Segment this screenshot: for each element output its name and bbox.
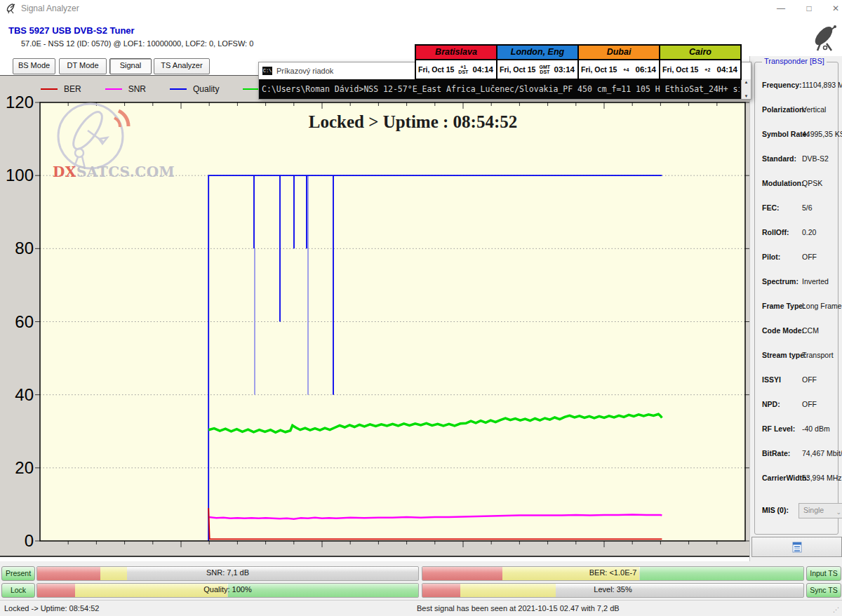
transponder-label: NPD:	[762, 400, 780, 408]
transponder-row: Spectrum: Inverted	[762, 277, 842, 288]
clock-date: Fri, Oct 15	[418, 65, 454, 74]
watermark-dx: DX	[53, 163, 76, 180]
maximize-button[interactable]: □	[798, 1, 820, 15]
scroll-up-icon[interactable]: ▲	[742, 80, 751, 84]
level-progressbar: Level: 35%	[422, 583, 804, 598]
transponder-row: CarrierWidth: 53,994 MHz	[762, 474, 842, 485]
status-lock-uptime: Locked -> Uptime: 08:54:52	[4, 604, 99, 612]
transponder-value: OFF	[802, 375, 817, 384]
input-ts-button[interactable]: Input TS	[806, 566, 841, 581]
transponder-groupbox: Transponder [BS] Frequency: 11104,893 MH…	[754, 62, 838, 535]
watermark-satcs: SATCS.COM	[76, 163, 175, 180]
transponder-label: Spectrum:	[762, 277, 798, 286]
scroll-down-icon[interactable]: ▼	[742, 94, 751, 98]
chevron-down-icon: ⌄	[836, 506, 841, 518]
transponder-row: Modulation: QPSK	[762, 179, 842, 190]
app-satellite-icon	[6, 3, 17, 14]
tuner-subtitle: 57.0E - NSS 12 (ID: 0570) @ LOF1: 100000…	[21, 39, 253, 48]
legend-item: Quality	[170, 84, 219, 94]
world-clocks: Bratislava Fri, Oct 15 +1DST 04:14 Londo…	[416, 44, 742, 80]
transponder-row: Frequency: 11104,893 MHz	[762, 81, 842, 92]
window-title: Signal Analyzer	[21, 4, 79, 13]
clock-widget: Cairo Fri, Oct 15 +2 04:14	[659, 44, 742, 80]
y-axis-tick-label: 100	[1, 166, 34, 185]
transponder-label: Code Mode:	[762, 326, 804, 335]
chart-region: BER SNR Quality Level 020406080100120 Lo…	[0, 76, 749, 557]
legend-line-swatch	[170, 88, 187, 90]
ber-bar-text: BER: <1.0E-7	[422, 568, 803, 577]
tab-signal-mon[interactable]: Signal Mon.	[109, 58, 152, 74]
transponder-label: RollOff:	[762, 228, 789, 236]
svg-text:DXSATCS.COM: DXSATCS.COM	[53, 163, 175, 180]
transponder-value: OFF	[802, 400, 817, 408]
present-button[interactable]: Present	[1, 566, 35, 581]
transponder-label: BitRate:	[762, 449, 790, 457]
transponder-row: Frame Type: Long Frame	[762, 302, 842, 313]
transponder-label: Pilot:	[762, 253, 780, 261]
console-output: C:\Users\Roman Dávid>NSS 12-57°E_East Af…	[259, 79, 751, 99]
signal-bars-section: Present Lock SNR: 7,1 dB BER: <1.0E-7 Qu…	[0, 561, 842, 600]
signal-analyzer-window: Signal Analyzer — □ ✕ TBS 5927 USB DVB-S…	[0, 0, 842, 616]
transponder-label: Standard:	[762, 154, 796, 163]
title-bar: Signal Analyzer — □ ✕	[0, 0, 842, 17]
transponder-value: 5/6	[802, 203, 813, 212]
quality-bar-text: Quality: 100%	[37, 585, 418, 594]
clock-city: Cairo	[660, 46, 740, 60]
transponder-value: 44995,35 KS/s	[802, 130, 842, 138]
transponder-value: QPSK	[802, 179, 822, 187]
transponder-value: CCM	[802, 326, 819, 335]
minimize-button[interactable]: —	[770, 1, 791, 15]
transponder-row: FEC: 5/6	[762, 203, 842, 215]
transponder-value: 74,467 Mbit/s	[802, 449, 842, 457]
legend-line-swatch	[243, 88, 260, 90]
y-axis-tick-label: 40	[1, 386, 34, 404]
legend-line-swatch	[105, 88, 122, 90]
report-icon	[791, 542, 803, 553]
y-axis-tick-label: 120	[1, 93, 34, 112]
transponder-row: RollOff: 0.20	[762, 228, 842, 239]
clock-date: Fri, Oct 15	[662, 65, 698, 74]
transponder-row: Pilot: OFF	[762, 253, 842, 264]
tab-dt-mode[interactable]: DT Mode	[59, 58, 107, 74]
legend-label: SNR	[128, 84, 146, 94]
legend-line-swatch	[41, 88, 58, 90]
y-axis-tick-label: 80	[1, 239, 34, 257]
legend-item: SNR	[105, 84, 146, 94]
clock-timezone: +1DST	[455, 65, 471, 74]
tuner-title: TBS 5927 USB DVB-S2 Tuner	[8, 25, 135, 36]
legend-item: BER	[41, 84, 81, 94]
transponder-label: Polarization:	[762, 105, 806, 114]
log-report-button[interactable]	[751, 537, 842, 557]
transponder-row: Polarization: Vertical	[762, 105, 842, 116]
tab-bs-mode[interactable]: BS Mode	[13, 58, 55, 74]
clock-widget: London, Eng Fri, Oct 15 GMTDST 03:14	[496, 44, 579, 80]
transponder-row: Standard: DVB-S2	[762, 154, 842, 166]
transponder-value: Transport	[802, 351, 834, 359]
close-button[interactable]: ✕	[825, 1, 842, 15]
tab-ts-analyzer[interactable]: TS Analyzer (OK)	[154, 58, 210, 74]
resize-grip[interactable]: ⋰	[833, 606, 840, 613]
ber-progressbar: BER: <1.0E-7	[422, 566, 804, 581]
transponder-value: OFF	[802, 253, 817, 261]
clock-widget: Dubai Fri, Oct 15 +4 06:14	[577, 44, 660, 80]
transponder-label: ISSYI	[762, 375, 781, 384]
mis-dropdown[interactable]: Single ⌄	[798, 503, 842, 518]
clock-city: London, Eng	[497, 46, 577, 60]
lock-button[interactable]: Lock	[1, 583, 35, 598]
transponder-value: Long Frame	[802, 302, 842, 310]
mis-label: MIS (0):	[762, 506, 789, 514]
clock-city: Dubai	[579, 46, 659, 60]
sync-ts-button[interactable]: Sync TS	[806, 583, 841, 598]
clock-date: Fri, Oct 15	[581, 65, 617, 74]
transponder-value: 0.20	[802, 228, 816, 236]
quality-progressbar: Quality: 100%	[36, 583, 419, 598]
y-axis-tick-label: 20	[1, 459, 34, 477]
y-axis-tick-label: 60	[1, 313, 34, 331]
console-scrollbar[interactable]: ▲ ▼	[741, 79, 751, 99]
transponder-value: -40 dBm	[802, 424, 830, 433]
transponder-label: FEC:	[762, 203, 780, 212]
clock-widget: Bratislava Fri, Oct 15 +1DST 04:14	[415, 44, 497, 80]
transponder-row: RF Level: -40 dBm	[762, 424, 842, 436]
transponder-label: Frame Type:	[762, 302, 806, 310]
snr-progressbar: SNR: 7,1 dB	[36, 566, 419, 581]
